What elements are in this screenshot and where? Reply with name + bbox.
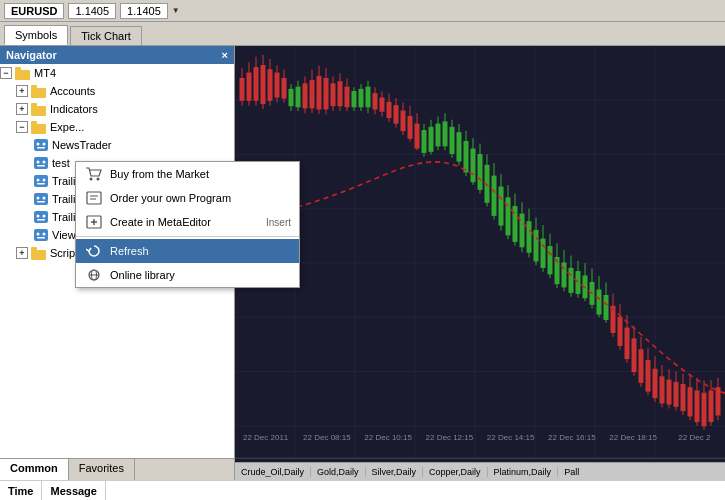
- folder-scripts-icon: [30, 245, 48, 261]
- tree-item-mt4[interactable]: − MT4: [0, 64, 234, 82]
- robot-newstrader-icon: [32, 137, 50, 153]
- svg-rect-6: [31, 124, 46, 134]
- time-label-4: 22 Dec 14:15: [480, 433, 541, 442]
- ask-price: 1.1405: [120, 3, 168, 19]
- tab-symbols[interactable]: Symbols: [4, 25, 68, 45]
- nav-tab-common[interactable]: Common: [0, 459, 69, 480]
- context-menu-item-refresh[interactable]: Refresh: [76, 239, 299, 263]
- message-bar: Time Message: [0, 480, 725, 500]
- context-menu-item-online-library[interactable]: Online library: [76, 263, 299, 287]
- svg-point-21: [37, 197, 40, 200]
- folder-accounts-icon: [30, 83, 48, 99]
- svg-rect-27: [37, 219, 45, 221]
- main-area: Navigator × − MT4 + Accounts: [0, 46, 725, 480]
- expand-indicators-icon[interactable]: +: [16, 103, 28, 115]
- top-bar: EURUSD 1.1405 1.1405 ▼: [0, 0, 725, 22]
- time-label-7: 22 Dec 2: [664, 433, 725, 442]
- navigator-bottom-tabs: Common Favorites: [0, 458, 234, 480]
- svg-point-18: [43, 179, 46, 182]
- svg-rect-7: [31, 121, 37, 125]
- tabs-row: Symbols Tick Chart: [0, 22, 725, 46]
- order-icon: [84, 190, 104, 206]
- svg-rect-31: [37, 237, 45, 239]
- navigator-title: Navigator: [6, 49, 57, 61]
- svg-point-35: [97, 178, 100, 181]
- svg-rect-12: [34, 157, 48, 169]
- context-label-buy-market: Buy from the Market: [110, 168, 209, 180]
- svg-rect-36: [87, 192, 101, 204]
- context-shortcut-create-meta: Insert: [266, 217, 291, 228]
- tree-label-accounts: Accounts: [50, 85, 95, 97]
- context-menu-item-order-program[interactable]: Order your own Program: [76, 186, 299, 210]
- svg-point-30: [43, 233, 46, 236]
- expand-accounts-icon[interactable]: +: [16, 85, 28, 97]
- tree-label-experts: Expe...: [50, 121, 84, 133]
- svg-point-9: [37, 143, 40, 146]
- dropdown-arrow-icon[interactable]: ▼: [172, 6, 180, 15]
- time-label-0: 22 Dec 2011: [235, 433, 296, 442]
- svg-rect-32: [31, 250, 46, 260]
- svg-point-10: [43, 143, 46, 146]
- cart-icon: [84, 166, 104, 182]
- svg-rect-23: [37, 201, 45, 203]
- context-label-refresh: Refresh: [110, 245, 149, 257]
- context-label-online-library: Online library: [110, 269, 175, 281]
- folder-experts-icon: [30, 119, 48, 135]
- svg-rect-11: [37, 147, 45, 149]
- navigator-header: Navigator ×: [0, 46, 234, 64]
- robot-trailingstop-icon: [32, 173, 50, 189]
- svg-rect-1: [15, 67, 21, 71]
- svg-point-17: [37, 179, 40, 182]
- time-label-3: 22 Dec 12:15: [419, 433, 480, 442]
- svg-point-26: [43, 215, 46, 218]
- symbol-display: EURUSD: [4, 3, 64, 19]
- svg-rect-15: [37, 165, 45, 167]
- navigator-panel: Navigator × − MT4 + Accounts: [0, 46, 235, 480]
- status-platinum: Platinum,Daily: [488, 467, 559, 477]
- bid-price: 1.1405: [68, 3, 116, 19]
- svg-point-29: [37, 233, 40, 236]
- svg-rect-19: [37, 183, 45, 185]
- status-gold: Gold,Daily: [311, 467, 366, 477]
- svg-rect-8: [34, 139, 48, 151]
- context-menu-item-create-meta[interactable]: Create in MetaEditor Insert: [76, 210, 299, 234]
- tab-tick-chart[interactable]: Tick Chart: [70, 26, 142, 45]
- status-copper: Copper,Daily: [423, 467, 488, 477]
- status-silver: Silver,Daily: [366, 467, 424, 477]
- robot-trailingstopprofit-icon: [32, 209, 50, 225]
- svg-rect-20: [34, 193, 48, 205]
- svg-rect-5: [31, 103, 37, 107]
- folder-indicators-icon: [30, 101, 48, 117]
- refresh-icon: [84, 243, 104, 259]
- context-menu-item-buy-market[interactable]: Buy from the Market: [76, 162, 299, 186]
- nav-tab-favorites[interactable]: Favorites: [69, 459, 135, 480]
- time-axis: 22 Dec 2011 22 Dec 08:15 22 Dec 10:15 22…: [235, 428, 725, 446]
- tree-label-mt4: MT4: [34, 67, 56, 79]
- tree-item-experts[interactable]: − Expe...: [0, 118, 234, 136]
- expand-experts-icon[interactable]: −: [16, 121, 28, 133]
- context-menu: Buy from the Market Order your own Progr…: [75, 161, 300, 288]
- tree-item-indicators[interactable]: + Indicators: [0, 100, 234, 118]
- tree-label-newstrader: NewsTrader: [52, 139, 112, 151]
- svg-rect-16: [34, 175, 48, 187]
- tree-item-newstrader[interactable]: NewsTrader: [0, 136, 234, 154]
- message-time-header: Time: [0, 481, 42, 500]
- time-label-5: 22 Dec 16:15: [541, 433, 602, 442]
- svg-rect-2: [31, 88, 46, 98]
- svg-point-34: [90, 178, 93, 181]
- tree-label-test: test: [52, 157, 70, 169]
- svg-rect-24: [34, 211, 48, 223]
- create-icon: [84, 214, 104, 230]
- expand-mt4-icon[interactable]: −: [0, 67, 12, 79]
- navigator-close-button[interactable]: ×: [222, 49, 228, 61]
- robot-test-icon: [32, 155, 50, 171]
- tree-label-indicators: Indicators: [50, 103, 98, 115]
- time-label-1: 22 Dec 08:15: [296, 433, 357, 442]
- tree-item-accounts[interactable]: + Accounts: [0, 82, 234, 100]
- chart-svg: [235, 46, 725, 480]
- folder-mt4-icon: [14, 65, 32, 81]
- status-pall: Pall: [558, 467, 585, 477]
- expand-scripts-icon[interactable]: +: [16, 247, 28, 259]
- status-crude: Crude_Oil,Daily: [235, 467, 311, 477]
- svg-point-14: [43, 161, 46, 164]
